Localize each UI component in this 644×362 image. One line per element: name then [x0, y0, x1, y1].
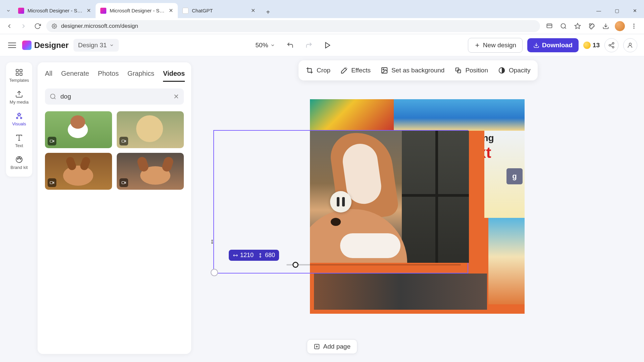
- close-icon[interactable]: ✕: [87, 7, 91, 14]
- svg-point-0: [54, 25, 55, 27]
- set-background-button[interactable]: Set as background: [381, 67, 444, 74]
- effects-button[interactable]: Effects: [340, 67, 371, 74]
- site-info-icon[interactable]: [52, 23, 57, 29]
- downloads-icon[interactable]: [600, 20, 612, 32]
- position-button[interactable]: Position: [454, 67, 488, 74]
- designer-favicon-icon: [18, 8, 24, 14]
- close-window-button[interactable]: ✕: [626, 3, 644, 18]
- forward-button[interactable]: [18, 21, 29, 32]
- crop-button[interactable]: Crop: [306, 67, 330, 74]
- background-icon: [381, 67, 388, 74]
- search-input[interactable]: [60, 93, 169, 100]
- rail-item-brandkit[interactable]: Brand kit: [6, 152, 32, 174]
- upload-icon: [15, 90, 23, 98]
- canvas-text-block[interactable]: ading ext g: [484, 131, 525, 218]
- tab-generate[interactable]: Generate: [61, 70, 89, 82]
- video-scrubber[interactable]: [286, 264, 461, 265]
- browser-tab-active[interactable]: Microsoft Designer - Stunning ✕: [96, 3, 178, 18]
- video-thumb[interactable]: [117, 111, 184, 148]
- tab-title: Microsoft Designer - Stunning: [28, 8, 83, 13]
- tab-all[interactable]: All: [45, 70, 52, 82]
- svg-marker-10: [325, 42, 330, 48]
- chatgpt-favicon-icon: [182, 8, 189, 14]
- address-bar[interactable]: designer.microsoft.com/design: [46, 20, 540, 32]
- svg-rect-35: [50, 140, 53, 142]
- clear-search-button[interactable]: ✕: [173, 93, 179, 101]
- svg-rect-1: [547, 24, 552, 28]
- account-button[interactable]: [623, 38, 637, 52]
- scrubber-handle[interactable]: [292, 262, 299, 268]
- canvas-image-top-right[interactable]: [394, 99, 525, 131]
- close-icon[interactable]: ✕: [169, 7, 173, 14]
- svg-line-4: [565, 27, 566, 28]
- svg-rect-23: [20, 73, 22, 75]
- install-app-icon[interactable]: [543, 20, 555, 32]
- crop-icon: [306, 67, 313, 74]
- svg-point-32: [20, 159, 21, 160]
- hamburger-menu-button[interactable]: [7, 40, 17, 51]
- credits-counter[interactable]: 13: [583, 42, 600, 49]
- rail-item-visuals[interactable]: Visuals: [6, 109, 32, 130]
- video-badge-icon: [48, 137, 56, 145]
- play-preview-button[interactable]: [321, 39, 334, 52]
- back-button[interactable]: [4, 21, 15, 32]
- rail-label: Text: [15, 143, 23, 148]
- pause-button[interactable]: [330, 191, 352, 213]
- rail-item-templates[interactable]: Templates: [6, 65, 32, 87]
- bookmark-icon[interactable]: [572, 20, 584, 32]
- minimize-button[interactable]: ―: [590, 3, 608, 18]
- set-bg-label: Set as background: [391, 67, 444, 74]
- tab-photos[interactable]: Photos: [98, 70, 119, 82]
- zoom-dropdown[interactable]: 50%: [253, 40, 278, 51]
- text-icon: [15, 134, 23, 142]
- position-label: Position: [465, 67, 488, 74]
- browser-tab[interactable]: ChatGPT ✕: [178, 3, 260, 18]
- add-page-button[interactable]: Add page: [307, 339, 358, 354]
- rail-item-mymedia[interactable]: My media: [6, 87, 32, 109]
- svg-point-33: [51, 94, 55, 99]
- svg-line-34: [54, 98, 56, 99]
- video-thumb[interactable]: [45, 153, 112, 190]
- close-icon[interactable]: ✕: [251, 7, 255, 14]
- templates-icon: [15, 68, 23, 76]
- redo-button[interactable]: [303, 39, 315, 52]
- new-tab-button[interactable]: +: [262, 6, 274, 18]
- maximize-button[interactable]: ▢: [608, 3, 626, 18]
- reload-button[interactable]: [32, 21, 43, 32]
- design-name-dropdown[interactable]: Design 31: [73, 39, 119, 52]
- canvas-image-right[interactable]: [488, 218, 525, 304]
- download-button[interactable]: Download: [527, 38, 579, 52]
- height-icon: [258, 253, 263, 258]
- tab-graphics[interactable]: Graphics: [127, 70, 154, 82]
- resize-handle-bl[interactable]: [211, 269, 218, 276]
- canvas-image-top-left[interactable]: [310, 99, 394, 131]
- svg-point-26: [16, 117, 18, 119]
- new-design-button[interactable]: New design: [468, 38, 523, 53]
- tab-search-icon[interactable]: [3, 3, 13, 18]
- extensions-icon[interactable]: [586, 20, 598, 32]
- video-thumb[interactable]: [45, 111, 112, 148]
- zoom-icon[interactable]: [557, 20, 570, 32]
- designer-logo[interactable]: Designer: [22, 41, 69, 50]
- tab-title: ChatGPT: [192, 8, 248, 13]
- plus-icon: [474, 42, 480, 48]
- undo-button[interactable]: [284, 39, 297, 52]
- menu-icon[interactable]: [628, 20, 640, 32]
- profile-avatar[interactable]: [614, 20, 626, 32]
- canvas-image-bottom[interactable]: [314, 274, 487, 310]
- width-icon: [233, 253, 238, 258]
- video-thumb[interactable]: [117, 153, 184, 190]
- rail-item-text[interactable]: Text: [6, 130, 32, 152]
- crop-label: Crop: [317, 67, 330, 74]
- share-button[interactable]: [604, 38, 619, 52]
- credits-value: 13: [593, 42, 600, 49]
- opacity-button[interactable]: Opacity: [498, 67, 530, 74]
- rail-label: Templates: [9, 78, 29, 83]
- canvas-stage[interactable]: ading ext g: [213, 90, 582, 345]
- rail-label: Visuals: [12, 121, 26, 126]
- position-icon: [454, 67, 462, 74]
- selected-video-element[interactable]: 1210 680 ⤡: [213, 130, 468, 274]
- svg-rect-21: [20, 69, 22, 72]
- browser-tab[interactable]: Microsoft Designer - Stunning ✕: [13, 3, 96, 18]
- tab-videos[interactable]: Videos: [163, 70, 185, 82]
